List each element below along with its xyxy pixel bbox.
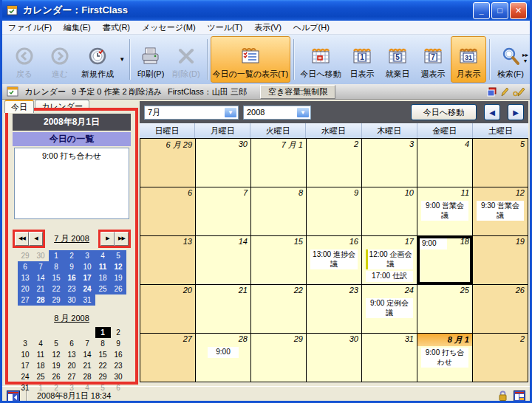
- calendar-cell[interactable]: 29: [251, 334, 307, 382]
- mini-day[interactable]: 24: [18, 371, 33, 382]
- mini-day[interactable]: 13: [64, 349, 80, 360]
- mini-day[interactable]: 6: [111, 382, 126, 393]
- calendar-cell[interactable]: 6: [140, 187, 196, 236]
- goto-today-header-button[interactable]: 今日へ移動: [411, 104, 477, 120]
- mini-day[interactable]: 1: [33, 382, 49, 393]
- mini-day[interactable]: 6: [18, 261, 33, 272]
- mini-day[interactable]: 11: [95, 261, 111, 272]
- mini-day[interactable]: 28: [33, 294, 49, 306]
- calendar-cell[interactable]: 6 月 29: [140, 139, 196, 187]
- mini-day[interactable]: 3: [64, 382, 80, 393]
- day-view-button[interactable]: 1 日表示: [344, 36, 380, 83]
- mini-day[interactable]: 13: [18, 272, 33, 283]
- mini-day[interactable]: 17: [18, 360, 33, 371]
- calendar-cell[interactable]: 2: [473, 334, 528, 382]
- mini-day[interactable]: 15: [49, 272, 64, 283]
- mini-day[interactable]: 7: [33, 261, 49, 272]
- calendar-cell[interactable]: 129:30 営業会議: [473, 187, 528, 236]
- maximize-button[interactable]: □: [491, 2, 508, 19]
- month-view-button[interactable]: 31 月表示: [451, 36, 486, 83]
- calendar-cell[interactable]: 23: [307, 285, 362, 334]
- mini-day[interactable]: 28: [80, 371, 95, 382]
- mini-day[interactable]: 6: [64, 338, 80, 349]
- menu-edit[interactable]: 編集(E): [64, 22, 91, 33]
- mini-day[interactable]: 19: [49, 360, 64, 371]
- calendar-cell[interactable]: 19: [473, 236, 528, 285]
- month-select[interactable]: 7月 ▼: [144, 106, 239, 120]
- mini-day[interactable]: 17: [80, 272, 95, 283]
- mini-day[interactable]: 7: [80, 338, 95, 349]
- pencil-icon[interactable]: [501, 87, 509, 97]
- menu-file[interactable]: ファイル(F): [8, 22, 52, 33]
- mini-day[interactable]: 8: [49, 261, 64, 272]
- week-view-button[interactable]: 7 週表示: [415, 36, 451, 83]
- calendar-cell[interactable]: 10: [362, 187, 417, 236]
- mini-day[interactable]: 30: [33, 250, 49, 261]
- mini-day[interactable]: 9: [111, 338, 126, 349]
- today-list-button[interactable]: 今日の一覧の表示(T): [211, 36, 290, 83]
- calendar-cell[interactable]: 9: [307, 187, 362, 236]
- next-month-arrow-button[interactable]: ▶: [508, 104, 524, 120]
- mini-day[interactable]: 2: [111, 327, 126, 338]
- mini-day[interactable]: 20: [64, 360, 80, 371]
- event-chip[interactable]: 9:00 定例会議: [366, 298, 413, 318]
- event-chip[interactable]: 12:00 企画会議: [366, 249, 413, 269]
- event-chip[interactable]: 9:30 営業会議: [477, 201, 524, 221]
- delete-button[interactable]: 削除(D): [168, 36, 204, 83]
- mini-day[interactable]: 16: [111, 349, 126, 360]
- mini-day[interactable]: 1: [95, 327, 111, 338]
- mini-day[interactable]: 29: [95, 371, 111, 382]
- forward-button[interactable]: 進む: [42, 36, 78, 83]
- back-button[interactable]: 戻る: [7, 36, 42, 83]
- calendar-cell[interactable]: 30: [196, 139, 251, 187]
- calendar-cell[interactable]: 13: [140, 236, 196, 285]
- mini-day[interactable]: 31: [18, 382, 33, 393]
- calendar-cell[interactable]: 14: [196, 236, 251, 285]
- mini-day[interactable]: 24: [80, 283, 95, 294]
- calendar-cell[interactable]: 249:00 定例会議: [362, 285, 417, 334]
- mini-day[interactable]: 10: [80, 261, 95, 272]
- lock-icon[interactable]: [498, 390, 508, 402]
- mini-day[interactable]: 15: [95, 349, 111, 360]
- mini-day[interactable]: 29: [18, 250, 33, 261]
- mini-day[interactable]: 1: [49, 250, 64, 261]
- calendar-cell[interactable]: 3: [362, 139, 417, 187]
- mini-day[interactable]: 21: [33, 283, 49, 294]
- event-chip[interactable]: 9:00 営業会議: [421, 201, 468, 221]
- mini-calendar-august-title[interactable]: 8 月 2008: [11, 313, 132, 324]
- next-year-button[interactable]: ▶▶: [115, 232, 129, 246]
- prev-month-button[interactable]: ◀: [29, 232, 43, 246]
- calendar-cell[interactable]: 4: [417, 139, 473, 187]
- event-chip[interactable]: 13:00 進捗会議: [310, 249, 358, 269]
- mini-day[interactable]: 4: [33, 338, 49, 349]
- goto-today-button[interactable]: 今日へ移動: [297, 36, 344, 83]
- mini-day[interactable]: 11: [33, 349, 49, 360]
- calendar-cell[interactable]: 7 月 1: [251, 139, 307, 187]
- prev-year-button[interactable]: ◀◀: [15, 232, 29, 246]
- calendar-cell-selected[interactable]: 9:0018: [417, 236, 473, 285]
- calendar-cell[interactable]: 8: [251, 187, 307, 236]
- calendar-cell[interactable]: 25: [417, 285, 473, 334]
- print-button[interactable]: 印刷(P): [133, 36, 168, 83]
- mini-day[interactable]: 23: [64, 283, 80, 294]
- mini-day[interactable]: 30: [111, 371, 126, 382]
- calendar-cell[interactable]: 7: [196, 187, 251, 236]
- mini-day[interactable]: 3: [18, 338, 33, 349]
- mini-day[interactable]: 5: [95, 382, 111, 393]
- mini-day[interactable]: 26: [49, 371, 64, 382]
- workday-view-button[interactable]: 5 就業日: [380, 36, 415, 83]
- mini-day[interactable]: 2: [49, 382, 64, 393]
- today-event-list[interactable]: 9:00 打ち合わせ: [14, 148, 129, 219]
- layers-icon[interactable]: [487, 87, 497, 97]
- mini-day[interactable]: 2: [64, 250, 80, 261]
- layout-icon[interactable]: [514, 390, 525, 402]
- calendar-cell[interactable]: 1613:00 進捗会議: [307, 236, 362, 285]
- mini-day[interactable]: 12: [111, 261, 126, 272]
- calendar-cell[interactable]: 2: [307, 139, 362, 187]
- mini-day[interactable]: 14: [33, 272, 49, 283]
- next-month-button[interactable]: ▶: [100, 232, 115, 246]
- mini-day[interactable]: 31: [80, 294, 95, 306]
- prev-month-arrow-button[interactable]: ◀: [484, 104, 500, 120]
- calendar-cell[interactable]: 31: [362, 334, 417, 382]
- mini-day[interactable]: 8: [95, 338, 111, 349]
